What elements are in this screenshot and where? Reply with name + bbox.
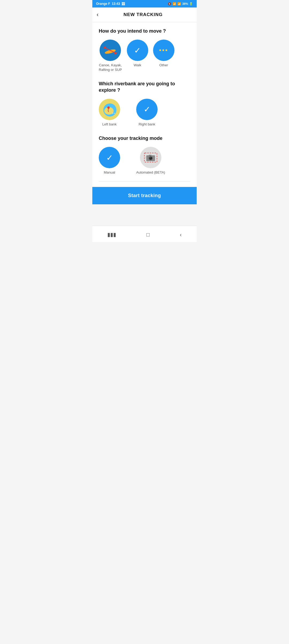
main-content: How do you intend to move ? Ca	[92, 22, 197, 204]
status-left: Orange F 13:43 🖼	[96, 2, 125, 6]
canoe-icon	[101, 44, 120, 57]
back-nav-button[interactable]: ‹	[174, 230, 187, 239]
svg-point-16	[150, 158, 151, 158]
movement-option-canoe[interactable]: Canoe, Kayak,Rafting or SUP	[99, 40, 122, 72]
automated-circle	[140, 147, 161, 168]
bank-option-right[interactable]: ✓ Right bank	[136, 99, 158, 127]
svg-text:✦✦: ✦✦	[112, 112, 115, 114]
other-circle: •••	[153, 40, 174, 61]
svg-rect-18	[149, 155, 151, 156]
svg-rect-12	[146, 157, 147, 159]
mode-option-manual[interactable]: ✓ Manual	[99, 147, 120, 175]
canoe-circle	[100, 40, 121, 61]
walk-label: Walk	[134, 63, 141, 68]
riverbank-section: Which riverbank are you going to explore…	[99, 81, 190, 127]
movement-option-other[interactable]: ••• Other	[153, 40, 174, 72]
signal-icon: 📶	[177, 2, 181, 6]
battery-label: 38%	[182, 2, 188, 5]
right-bank-circle: ✓	[136, 99, 158, 120]
bank-option-left[interactable]: ✦✦ Left bank	[99, 99, 120, 127]
movement-option-walk[interactable]: ✓ Walk	[127, 40, 148, 72]
mute-icon: 🔇	[168, 2, 172, 6]
canoe-label: Canoe, Kayak,Rafting or SUP	[99, 63, 122, 72]
carrier-label: Orange F	[96, 2, 110, 6]
wifi-icon: 📶	[173, 2, 176, 6]
camera-icon	[144, 152, 158, 163]
walk-check-icon: ✓	[134, 46, 141, 55]
other-dots-icon: •••	[159, 47, 168, 54]
tracking-mode-section: Choose your tracking mode ✓ Manual	[99, 135, 190, 175]
left-bank-icon: ✦✦	[100, 101, 119, 118]
tracking-mode-title: Choose your tracking mode	[99, 135, 190, 141]
page-title: NEW TRACKING	[102, 12, 184, 17]
top-nav: ‹ NEW TRACKING	[92, 7, 197, 22]
right-bank-check-icon: ✓	[144, 105, 150, 114]
svg-point-8	[107, 106, 110, 109]
bottom-spacer	[92, 204, 197, 226]
manual-label: Manual	[104, 170, 115, 175]
battery-icon: 🔋	[189, 2, 193, 6]
manual-circle: ✓	[99, 147, 120, 168]
status-right: 🔇 📶 📶 38% 🔋	[168, 2, 193, 6]
right-bank-label: Right bank	[139, 122, 155, 127]
status-bar: Orange F 13:43 🖼 🔇 📶 📶 38% 🔋	[92, 0, 197, 7]
bottom-nav: ▮▮▮ □ ‹	[92, 226, 197, 242]
home-button[interactable]: □	[141, 230, 155, 239]
back-button[interactable]: ‹	[97, 11, 98, 18]
movement-section-title: How do you intend to move ?	[99, 28, 190, 34]
automated-label: Automated (BETA)	[136, 170, 165, 175]
mode-options-row: ✓ Manual	[99, 147, 190, 175]
photo-icon: 🖼	[121, 2, 125, 6]
time-label: 13:43	[112, 2, 120, 6]
riverbank-section-title: Which riverbank are you going to explore…	[99, 81, 190, 93]
section-divider	[99, 181, 190, 182]
movement-section: How do you intend to move ? Ca	[99, 28, 190, 72]
other-label: Other	[159, 63, 168, 68]
walk-circle: ✓	[127, 40, 148, 61]
left-bank-circle: ✦✦	[99, 99, 120, 120]
left-bank-label: Left bank	[102, 122, 117, 127]
bank-options-row: ✦✦ Left bank ✓ Right bank	[99, 99, 190, 127]
start-tracking-button[interactable]: Start tracking	[92, 187, 197, 204]
manual-check-icon: ✓	[106, 153, 113, 162]
mode-option-automated[interactable]: Automated (BETA)	[136, 147, 165, 175]
movement-options-row: Canoe, Kayak,Rafting or SUP ✓ Walk ••• O…	[99, 40, 190, 72]
recent-apps-button[interactable]: ▮▮▮	[102, 230, 121, 239]
